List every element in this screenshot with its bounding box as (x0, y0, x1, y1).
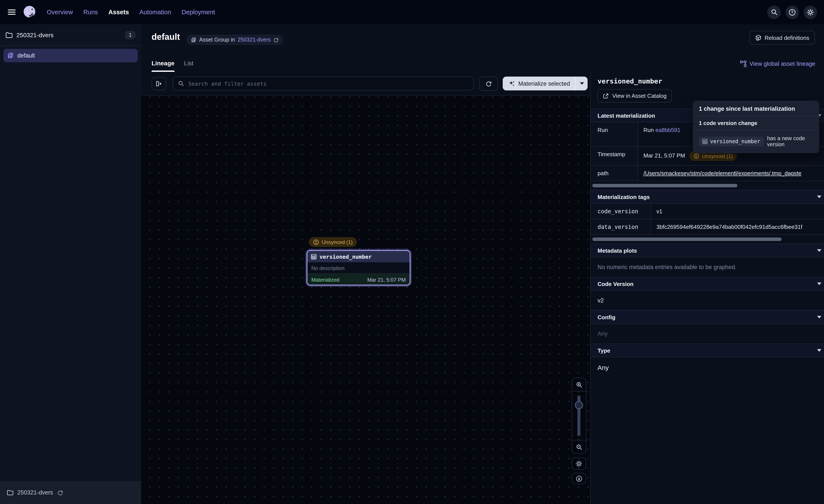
primary-nav: Overview Runs Assets Automation Deployme… (47, 9, 215, 16)
catalog-button-label: View in Asset Catalog (612, 93, 666, 99)
zoom-out-icon (576, 444, 582, 450)
search-input[interactable] (188, 80, 469, 87)
horizontal-scrollbar[interactable] (592, 184, 737, 187)
row-label-code-version: code_version (591, 204, 651, 219)
folder-icon (6, 32, 13, 38)
view-in-asset-catalog-button[interactable]: View in Asset Catalog (598, 89, 672, 103)
node-timestamp: Mar 21, 5:07 PM (368, 277, 406, 283)
node-description: No description (307, 262, 410, 273)
run-link[interactable]: ea8bb591 (655, 127, 681, 133)
tooltip-subtitle: 1 code version change (693, 116, 819, 131)
search-icon (770, 9, 778, 16)
collapse-caret-icon[interactable] (817, 282, 821, 285)
row-value-path: /Users/smackesey/stm/code/elementl/exper… (638, 166, 824, 181)
sparkle-icon (508, 80, 515, 87)
code-version-value: v2 (591, 291, 824, 310)
row-label-data-version: data_version (591, 219, 651, 235)
collapse-caret-icon[interactable] (817, 249, 821, 252)
reload-definitions-button[interactable]: Reload definitions (749, 31, 815, 44)
row-label-run: Run (591, 122, 638, 147)
view-global-asset-lineage-link[interactable]: View global asset lineage (740, 60, 815, 67)
lineage-toolbar: Materialize selected (141, 72, 590, 96)
reload-definitions-label: Reload definitions (764, 34, 809, 41)
cube-reload-icon (755, 34, 761, 41)
sidebar-group-row[interactable]: 250321-dvers 1 (0, 24, 141, 46)
folder-icon (7, 490, 13, 495)
page-header: default Asset Group in 250321-dvers Relo… (141, 24, 824, 72)
tooltip-detail-row: versioned_number has a new code version (693, 131, 819, 153)
download-image-button[interactable] (572, 473, 586, 484)
reload-location-icon[interactable] (57, 490, 63, 496)
lineage-graph-icon (740, 60, 746, 67)
expand-panel-button[interactable] (151, 77, 166, 90)
section-metadata-plots: Metadata plots (591, 244, 824, 257)
sidebar-item-default[interactable]: default (3, 49, 138, 62)
node-status-label: Materialized (311, 277, 339, 283)
gear-icon (576, 460, 583, 467)
panel-asset-title: versioned_number (598, 78, 817, 85)
row-value-code-version: v1 (651, 204, 824, 219)
zoom-out-button[interactable] (572, 440, 586, 454)
section-title: Materialization tags (598, 194, 650, 200)
zoom-control (572, 378, 586, 454)
nav-automation[interactable]: Automation (139, 9, 171, 16)
group-count-badge: 1 (125, 30, 135, 39)
section-title: Latest materialization (598, 112, 655, 119)
node-status-bar: Materialized Mar 21, 5:07 PM (307, 273, 410, 285)
settings-button[interactable] (804, 5, 817, 19)
collapse-caret-icon[interactable] (817, 316, 821, 319)
tab-lineage[interactable]: Lineage (151, 54, 175, 72)
asset-group-icon (7, 52, 14, 59)
horizontal-scrollbar[interactable] (592, 238, 782, 241)
help-icon: ? (789, 8, 796, 16)
refresh-icon (485, 80, 492, 87)
zoom-slider-thumb[interactable] (575, 401, 583, 409)
search-button[interactable] (767, 5, 781, 19)
refresh-graph-button[interactable] (479, 76, 498, 91)
nav-overview[interactable]: Overview (47, 9, 73, 16)
type-value: Any (591, 357, 824, 378)
dagster-logo[interactable] (22, 4, 37, 20)
nav-assets[interactable]: Assets (108, 9, 129, 16)
zoom-in-button[interactable] (572, 378, 586, 391)
nav-deployment[interactable]: Deployment (182, 9, 215, 16)
code-location-footer[interactable]: 250321-dvers (0, 481, 141, 504)
row-value-data-version: 3bfc269594ef649228e9a74bab00f042efc91d5a… (651, 219, 824, 235)
svg-text:?: ? (791, 10, 794, 14)
materialize-selected-button[interactable]: Materialize selected (503, 77, 576, 91)
materialize-dropdown-button[interactable] (576, 77, 588, 91)
row-label-timestamp: Timestamp (591, 147, 638, 166)
pill-group-link[interactable]: 250321-dvers (237, 37, 271, 43)
nav-runs[interactable]: Runs (83, 9, 98, 16)
materialize-label: Materialize selected (518, 80, 570, 87)
path-link[interactable]: /Users/smackesey/stm/code/elementl/exper… (643, 170, 802, 176)
search-icon (178, 81, 184, 87)
config-value: Any (591, 324, 824, 344)
section-title: Metadata plots (598, 247, 637, 254)
asset-chip[interactable]: versioned_number (699, 137, 763, 146)
collapse-caret-icon[interactable] (817, 196, 821, 198)
chevron-down-icon (580, 82, 584, 85)
help-button[interactable]: ? (786, 5, 799, 19)
sidebar-item-label: default (17, 52, 35, 59)
node-unsynced-badge[interactable]: Unsynced (1) (309, 237, 357, 247)
refresh-icon[interactable] (273, 37, 279, 43)
tab-list[interactable]: List (184, 54, 194, 72)
sync-status-icon (313, 239, 319, 245)
collapse-caret-icon[interactable] (817, 349, 821, 352)
tooltip-title: 1 change since last materialization (693, 101, 819, 116)
asset-chip-label: versioned_number (710, 138, 760, 144)
lineage-graph-canvas[interactable]: Unsynced (1) versioned_number No descrip… (141, 96, 590, 504)
section-type: Type (591, 344, 824, 357)
section-code-version: Code Version (591, 277, 824, 291)
asset-group-icon (191, 37, 197, 43)
asset-groups-sidebar: 250321-dvers 1 default 250321-dvers (0, 24, 141, 504)
section-title: Config (598, 314, 615, 321)
view-tabs: Lineage List (151, 54, 193, 72)
materialization-tags-table: code_version v1 data_version 3bfc269594e… (591, 204, 824, 235)
asset-node-versioned-number[interactable]: versioned_number No description Material… (307, 250, 410, 285)
graph-settings-button[interactable] (572, 457, 586, 470)
section-config: Config (591, 310, 824, 324)
section-title: Code Version (598, 280, 633, 287)
hamburger-menu-icon[interactable] (8, 9, 16, 15)
